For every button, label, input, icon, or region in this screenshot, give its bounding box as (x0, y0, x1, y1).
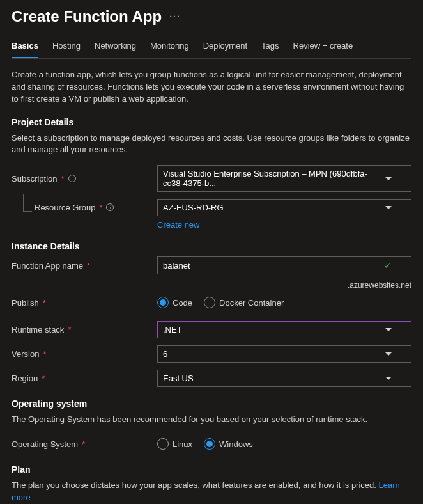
row-os: Operating System * Linux Windows (12, 435, 411, 453)
label-function-name-text: Function App name (12, 261, 83, 271)
label-publish-text: Publish (12, 298, 39, 308)
tab-review-create[interactable]: Review + create (293, 41, 353, 58)
radio-code-label: Code (173, 298, 192, 308)
row-subscription: Subscription * i Visual Studio Enterpris… (12, 165, 411, 192)
tab-basics[interactable]: Basics (12, 41, 38, 58)
page-title: Create Function App ··· (12, 8, 411, 26)
radio-linux[interactable]: Linux (157, 438, 192, 450)
row-region: Region * East US (12, 369, 411, 387)
label-region-text: Region (12, 374, 38, 383)
version-dropdown[interactable]: 6 (157, 345, 411, 363)
label-os-text: Operating System (12, 439, 78, 449)
label-subscription-text: Subscription (12, 174, 58, 184)
radio-circle-icon (157, 438, 169, 450)
section-plan-title: Plan (12, 464, 411, 475)
label-publish: Publish * (12, 298, 157, 308)
radio-windows[interactable]: Windows (204, 438, 253, 450)
section-project-title: Project Details (12, 117, 411, 127)
tree-connector-icon (23, 194, 32, 212)
region-value: East US (163, 374, 194, 383)
section-os-title: Operating system (12, 398, 411, 409)
label-version-text: Version (12, 349, 39, 359)
os-radio-group: Linux Windows (157, 438, 411, 450)
tab-deployment[interactable]: Deployment (203, 41, 247, 58)
tab-hosting[interactable]: Hosting (52, 41, 81, 58)
section-instance-title: Instance Details (12, 241, 411, 251)
row-runtime: Runtime stack * .NET (12, 320, 411, 338)
radio-windows-label: Windows (219, 439, 253, 449)
required-asterisk: * (99, 203, 102, 212)
chevron-down-icon (385, 377, 392, 380)
name-suffix: .azurewebsites.net (12, 281, 411, 290)
required-asterisk: * (43, 298, 46, 308)
title-text: Create Function App (12, 8, 162, 26)
chevron-down-icon (385, 352, 392, 356)
chevron-down-icon (385, 206, 392, 209)
radio-linux-label: Linux (173, 439, 192, 449)
section-project-desc: Select a subscription to manage deployed… (12, 132, 411, 157)
function-name-input[interactable]: balanet ✓ (157, 256, 411, 274)
runtime-dropdown[interactable]: .NET (157, 321, 411, 338)
tabs: Basics Hosting Networking Monitoring Dep… (12, 41, 411, 59)
required-asterisk: * (68, 325, 71, 335)
intro-text: Create a function app, which lets you gr… (12, 69, 411, 106)
label-runtime-text: Runtime stack (12, 325, 64, 335)
row-version: Version * 6 (12, 345, 411, 363)
row-function-name: Function App name * balanet ✓ (12, 256, 411, 274)
label-os: Operating System * (12, 439, 157, 449)
required-asterisk: * (43, 349, 46, 359)
required-asterisk: * (42, 374, 45, 383)
check-icon: ✓ (384, 260, 392, 271)
row-resource-group: Resource Group * i AZ-EUS-RD-RG (12, 198, 411, 216)
plan-desc-text: The plan you choose dictates how your ap… (12, 480, 376, 490)
info-icon[interactable]: i (68, 175, 76, 182)
radio-docker-label: Docker Container (219, 298, 284, 308)
resource-group-value: AZ-EUS-RD-RG (163, 203, 224, 212)
radio-code[interactable]: Code (157, 297, 192, 308)
required-asterisk: * (82, 439, 85, 449)
required-asterisk: * (61, 174, 65, 184)
chevron-down-icon (385, 177, 392, 180)
required-asterisk: * (87, 261, 90, 271)
subscription-value: Visual Studio Enterprise Subscription – … (163, 169, 385, 188)
radio-circle-icon (204, 438, 215, 450)
chevron-down-icon (385, 328, 392, 331)
region-dropdown[interactable]: East US (157, 370, 411, 387)
label-version: Version * (12, 349, 157, 359)
label-subscription: Subscription * i (12, 174, 157, 184)
resource-group-dropdown[interactable]: AZ-EUS-RD-RG (157, 199, 411, 216)
publish-radio-group: Code Docker Container (157, 297, 411, 308)
radio-circle-icon (204, 297, 215, 308)
label-resource-group: Resource Group * i (12, 203, 157, 212)
radio-docker[interactable]: Docker Container (204, 297, 284, 308)
tab-networking[interactable]: Networking (95, 41, 136, 58)
label-resource-group-text: Resource Group (35, 203, 95, 212)
info-icon[interactable]: i (106, 203, 114, 211)
row-publish: Publish * Code Docker Container (12, 294, 411, 311)
section-os-desc: The Operating System has been recommende… (12, 414, 411, 426)
radio-circle-icon (157, 297, 169, 308)
more-icon[interactable]: ··· (169, 12, 181, 22)
function-name-value: balanet (163, 261, 190, 271)
label-function-name: Function App name * (12, 261, 157, 271)
label-runtime: Runtime stack * (12, 325, 157, 335)
subscription-dropdown[interactable]: Visual Studio Enterprise Subscription – … (157, 165, 411, 192)
runtime-value: .NET (163, 325, 182, 335)
version-value: 6 (163, 349, 167, 359)
tab-tags[interactable]: Tags (261, 41, 279, 58)
create-new-link[interactable]: Create new (157, 220, 199, 230)
tab-monitoring[interactable]: Monitoring (150, 41, 189, 58)
label-region: Region * (12, 374, 157, 383)
section-plan-desc: The plan you choose dictates how your ap… (12, 480, 411, 504)
